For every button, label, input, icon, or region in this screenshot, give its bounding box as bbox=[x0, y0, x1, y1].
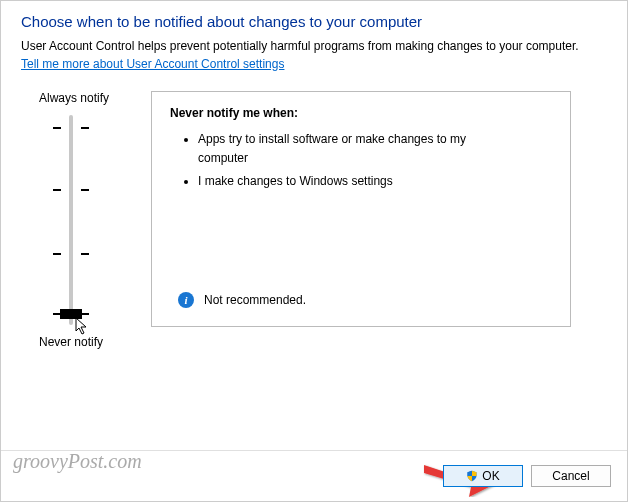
help-link[interactable]: Tell me more about User Account Control … bbox=[21, 57, 284, 71]
info-icon: i bbox=[178, 292, 194, 308]
cursor-icon bbox=[75, 317, 91, 337]
slider-tick bbox=[81, 253, 89, 255]
notification-slider[interactable]: Always notify Never notify bbox=[21, 91, 121, 349]
slider-tick bbox=[81, 127, 89, 129]
watermark-text: groovyPost.com bbox=[13, 450, 142, 473]
panel-bullet-list: Apps try to install software or make cha… bbox=[198, 130, 552, 192]
slider-tick bbox=[53, 253, 61, 255]
ok-button-label: OK bbox=[482, 469, 499, 483]
slider-thumb[interactable] bbox=[60, 309, 82, 319]
cancel-button-label: Cancel bbox=[552, 469, 589, 483]
slider-label-bottom: Never notify bbox=[39, 335, 103, 349]
slider-tick bbox=[53, 189, 61, 191]
page-subtext: User Account Control helps prevent poten… bbox=[21, 38, 607, 55]
shield-icon bbox=[466, 470, 478, 482]
panel-bullet: I make changes to Windows settings bbox=[198, 172, 498, 191]
panel-title: Never notify me when: bbox=[170, 106, 552, 120]
slider-tick bbox=[81, 189, 89, 191]
cancel-button[interactable]: Cancel bbox=[531, 465, 611, 487]
panel-bullet: Apps try to install software or make cha… bbox=[198, 130, 498, 168]
slider-track[interactable] bbox=[69, 115, 73, 325]
slider-tick bbox=[53, 127, 61, 129]
panel-status: Not recommended. bbox=[204, 293, 306, 307]
description-panel: Never notify me when: Apps try to instal… bbox=[151, 91, 571, 327]
slider-label-top: Always notify bbox=[39, 91, 109, 105]
ok-button[interactable]: OK bbox=[443, 465, 523, 487]
slider-tick bbox=[81, 313, 89, 315]
page-heading: Choose when to be notified about changes… bbox=[21, 13, 607, 30]
